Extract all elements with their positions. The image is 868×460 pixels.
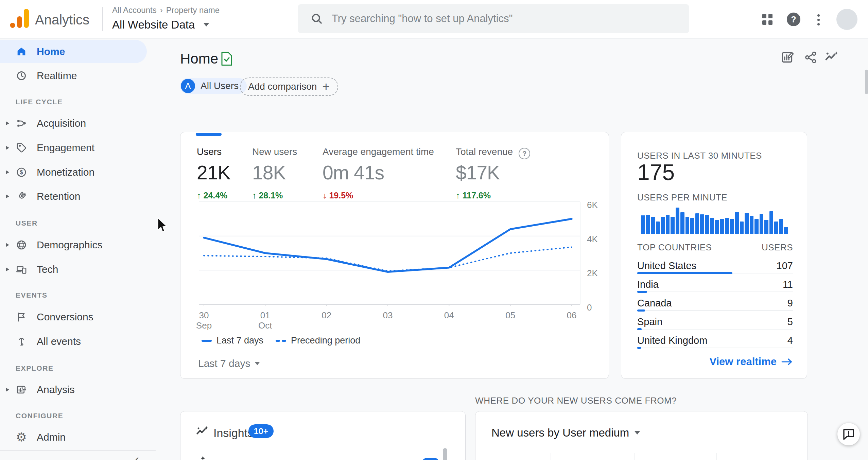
tap-gesture-icon xyxy=(16,336,27,347)
chart-gridline xyxy=(634,453,635,460)
chart-x-label: 05 xyxy=(497,310,524,320)
realtime-card: USERS IN LAST 30 MINUTES 175 USERS PER M… xyxy=(621,132,807,379)
add-comparison-button[interactable]: Add comparison + xyxy=(240,77,338,96)
plus-icon: + xyxy=(322,80,330,93)
chevron-right-icon[interactable] xyxy=(6,243,9,247)
sidebar-item-label: Demographics xyxy=(37,239,102,251)
metric-value: $17K xyxy=(456,161,513,184)
metric-label: New users xyxy=(252,146,297,157)
users-per-minute-chart[interactable] xyxy=(641,208,788,234)
breadcrumb-root[interactable]: All Accounts xyxy=(112,5,157,15)
sidebar-item-all-events[interactable]: All events xyxy=(0,333,156,350)
date-range-selector[interactable]: Last 7 days xyxy=(198,358,260,369)
mouse-cursor xyxy=(157,217,168,233)
users-per-minute-label: USERS PER MINUTE xyxy=(637,192,727,203)
svg-text:$: $ xyxy=(20,170,23,175)
sidebar-item-home[interactable]: Home xyxy=(0,40,147,63)
sidebar-item-label: Analysis xyxy=(37,384,75,395)
sidebar-section-events: EVENTS xyxy=(16,291,48,300)
search-bar[interactable] xyxy=(298,4,689,33)
property-name[interactable]: All Website Data xyxy=(112,18,195,31)
insights-sparkline-icon[interactable] xyxy=(824,50,839,65)
collapse-sidebar-icon[interactable]: ‹ xyxy=(135,452,139,460)
sidebar-section-configure: CONFIGURE xyxy=(16,412,63,421)
sidebar-item-acquisition[interactable]: Acquisition xyxy=(0,114,156,132)
page-scrollbar[interactable] xyxy=(865,70,868,94)
metric-label: Users xyxy=(197,146,230,157)
revenue-help-icon[interactable]: ? xyxy=(519,148,530,159)
chevron-down-icon xyxy=(204,23,209,26)
chevron-right-icon[interactable] xyxy=(6,146,9,150)
sidebar-section-life-cycle: LIFE CYCLE xyxy=(16,98,63,107)
country-users: 107 xyxy=(777,260,793,271)
country-name: India xyxy=(637,279,659,290)
metric-value: 18K xyxy=(252,161,297,184)
metric-value: 0m 41s xyxy=(323,161,434,184)
metric-new-users[interactable]: New users 18K ↑ 28.1% xyxy=(252,146,297,200)
chevron-right-icon[interactable] xyxy=(6,194,9,198)
chart-x-label: 04 xyxy=(435,310,463,320)
new-users-dimension-selector[interactable]: New users by User medium xyxy=(491,426,640,439)
more-menu-icon[interactable] xyxy=(816,13,821,26)
users-line-chart[interactable] xyxy=(199,197,582,306)
sidebar-item-analysis[interactable]: Analysis xyxy=(0,381,156,399)
chevron-right-icon[interactable] xyxy=(6,388,9,392)
help-glyph: ? xyxy=(791,15,796,24)
feedback-bubble-icon xyxy=(842,427,855,441)
sidebar-item-label: Conversions xyxy=(37,311,93,323)
sidebar-item-label: Admin xyxy=(37,431,66,443)
product-name: Analytics xyxy=(35,12,89,28)
clock-icon xyxy=(16,70,27,82)
sidebar-item-demographics[interactable]: Demographics xyxy=(0,236,156,254)
insight-badge-partial[interactable] xyxy=(422,458,439,460)
breadcrumb[interactable]: All Accounts›Property name xyxy=(112,5,223,15)
insights-scrollbar[interactable] xyxy=(443,448,447,460)
sidebar-item-engagement[interactable]: Engagement xyxy=(0,139,156,157)
chevron-right-icon[interactable] xyxy=(6,267,9,271)
help-icon[interactable]: ? xyxy=(787,13,800,26)
metric-value: 21K xyxy=(197,161,230,184)
insights-title: Insights xyxy=(213,426,253,440)
chart-y-label: 2K xyxy=(587,268,607,279)
feedback-button[interactable] xyxy=(837,423,860,445)
chevron-down-icon xyxy=(635,431,640,435)
chevron-right-icon[interactable] xyxy=(6,170,9,174)
breadcrumb-current[interactable]: Property name xyxy=(166,5,220,15)
sidebar-section-explore: EXPLORE xyxy=(16,364,54,373)
metric-avg-engagement[interactable]: Average engagement time 0m 41s ↓ 19.5% xyxy=(323,146,434,200)
chevron-right-icon[interactable] xyxy=(6,121,9,125)
chart-x-label: 01Oct xyxy=(251,310,279,331)
chevron-down-icon xyxy=(255,362,260,365)
date-range-label: Last 7 days xyxy=(198,358,250,369)
sidebar-item-label: Monetization xyxy=(37,166,94,178)
sidebar-item-conversions[interactable]: Conversions xyxy=(0,308,156,326)
account-avatar[interactable] xyxy=(836,9,857,30)
sidebar-item-realtime[interactable]: Realtime xyxy=(0,67,156,85)
customize-report-icon[interactable] xyxy=(780,50,795,65)
share-icon[interactable] xyxy=(803,50,818,65)
country-name: Spain xyxy=(637,316,662,328)
search-icon xyxy=(311,13,323,25)
property-selector[interactable]: All Website Data xyxy=(112,18,209,31)
metric-total-revenue[interactable]: Total revenue $17K ↑ 117.6% xyxy=(456,146,513,200)
sidebar-divider xyxy=(0,450,156,451)
country-name: United States xyxy=(637,260,696,271)
apps-grid-icon[interactable] xyxy=(761,13,774,26)
sidebar-item-monetization[interactable]: $ Monetization xyxy=(0,163,156,181)
flag-icon xyxy=(16,311,27,323)
metric-label: Average engagement time xyxy=(323,146,434,157)
search-input[interactable] xyxy=(331,12,679,25)
insights-count-badge[interactable]: 10+ xyxy=(248,424,274,438)
all-users-chip[interactable]: A All Users xyxy=(180,78,247,94)
sidebar-item-retention[interactable]: Retention xyxy=(0,188,156,205)
devices-icon xyxy=(16,264,27,275)
insights-icon xyxy=(196,425,209,440)
sidebar-item-tech[interactable]: Tech xyxy=(0,261,156,278)
report-verified-icon xyxy=(221,52,232,66)
metric-users[interactable]: Users 21K ↑ 24.4% xyxy=(197,146,230,200)
analytics-logo-icon[interactable] xyxy=(9,7,31,29)
sidebar-item-label: Engagement xyxy=(37,142,94,154)
view-realtime-link[interactable]: View realtime xyxy=(709,356,793,368)
country-users: 5 xyxy=(787,316,793,328)
sidebar-item-admin[interactable]: ⚙ Admin xyxy=(0,428,156,446)
